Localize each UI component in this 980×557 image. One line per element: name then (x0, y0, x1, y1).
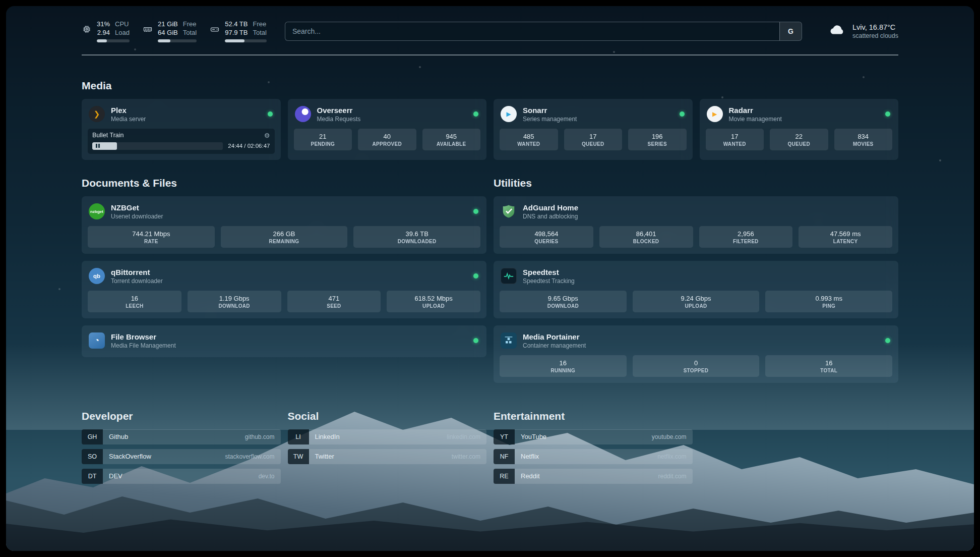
nzbget-icon: nzbget (89, 203, 105, 219)
bookmark-linkedin[interactable]: LI LinkedIn linkedin.com (288, 429, 487, 444)
service-description: Series management (523, 116, 577, 123)
service-name: Speedtest (523, 268, 575, 276)
service-card-adguard[interactable]: AdGuard Home DNS and adblocking 498,564 … (494, 196, 898, 254)
memory-label-bottom: Total (183, 29, 197, 37)
disk-label-bottom: Total (253, 29, 266, 37)
stat-upload: 9.24 Gbps UPLOAD (633, 291, 760, 312)
service-name: Overseerr (317, 106, 361, 115)
service-description: Movie management (729, 116, 782, 123)
cpu-label-bottom: Load (115, 29, 130, 37)
snow-particles (6, 6, 7, 7)
disk-total: 97.9 TB (225, 29, 248, 37)
memory-bar (158, 39, 197, 42)
stat-blocked: 86,401 BLOCKED (599, 226, 693, 248)
memory-free: 21 GiB (158, 20, 178, 29)
stat-wanted: 17 WANTED (706, 129, 764, 150)
disk-free: 52.4 TB (225, 20, 248, 29)
service-card-speedtest[interactable]: Speedtest Speedtest Tracking 9.65 Gbps D… (494, 261, 898, 318)
adguard-icon (501, 203, 517, 219)
sonarr-icon: ▶ (501, 106, 517, 122)
section-title-media: Media (82, 80, 898, 92)
service-card-qbittorrent[interactable]: qb qBittorrent Torrent downloader 16 LEE… (82, 261, 486, 318)
bookmark-github[interactable]: GH Github github.com (82, 429, 281, 444)
playback-time: 24:44 / 02:06:47 (228, 143, 270, 149)
service-card-nzbget[interactable]: nzbget NZBGet Usenet downloader 744.21 M… (82, 196, 486, 254)
section-title-utilities: Utilities (494, 177, 898, 189)
bookmark-domain: stackoverflow.com (225, 453, 280, 460)
search-provider-button[interactable]: G (779, 22, 802, 40)
stat-pending: 21 PENDING (294, 129, 352, 150)
status-dot (885, 338, 890, 343)
service-card-plex[interactable]: ❯ Plex Media server Bullet Train ⚙ (82, 99, 281, 160)
stat-download: 9.65 Gbps DOWNLOAD (500, 291, 627, 312)
plex-now-playing: Bullet Train ⚙ 24:44 / 02:06:47 (88, 129, 275, 154)
stat-queued: 17 QUEUED (564, 129, 623, 150)
status-dot (268, 112, 273, 117)
stat-queries: 498,564 QUERIES (500, 226, 593, 248)
service-description: Media Requests (317, 116, 361, 123)
bookmark-dev[interactable]: DT DEV dev.to (82, 469, 281, 484)
stat-filtered: 2,956 FILTERED (699, 226, 793, 248)
gear-icon[interactable]: ⚙ (264, 132, 270, 139)
lower-card-columns: Documents & Files nzbget NZBGet Usenet d… (82, 160, 898, 383)
disk-widget: 52.4 TB Free 97.9 TB Total (210, 20, 267, 42)
bookmark-group-social: Social LI LinkedIn linkedin.com TW Twitt… (288, 410, 487, 488)
service-name: Radarr (729, 106, 782, 115)
cpu-bar (97, 39, 130, 42)
bookmark-abbr: TW (288, 449, 309, 464)
service-card-filebrowser[interactable]: ◔ File Browser Media File Management (82, 325, 486, 357)
bookmark-stackoverflow[interactable]: SO StackOverflow stackoverflow.com (82, 449, 281, 464)
search-input[interactable] (285, 22, 779, 40)
bookmark-abbr: NF (494, 449, 515, 464)
bookmark-domain: netflix.com (657, 453, 692, 460)
bookmark-twitter[interactable]: TW Twitter twitter.com (288, 449, 487, 464)
weather-widget: Lviv, 16.87°C scattered clouds (827, 23, 898, 40)
portainer-icon (501, 332, 517, 349)
memory-widget: 21 GiB Free 64 GiB Total (143, 20, 197, 42)
stat-movies: 834 MOVIES (834, 129, 893, 150)
service-name: AdGuard Home (523, 203, 578, 212)
pause-icon[interactable] (96, 144, 100, 148)
service-card-sonarr[interactable]: ▶ Sonarr Series management 485 WANTED 17… (494, 99, 693, 160)
status-dot (473, 112, 478, 117)
hard-drive-icon (210, 24, 220, 34)
qbittorrent-icon: qb (89, 268, 105, 284)
service-card-portainer[interactable]: Media Portainer Container management 16 … (494, 325, 898, 383)
status-dot (473, 209, 478, 214)
bookmark-youtube[interactable]: YT YouTube youtube.com (494, 429, 693, 444)
cpu-icon (82, 24, 92, 34)
bookmark-name: Reddit (515, 472, 540, 480)
overseerr-icon (295, 106, 311, 122)
bookmark-abbr: SO (82, 449, 103, 464)
bookmark-abbr: LI (288, 429, 309, 444)
service-name: qBittorrent (111, 268, 163, 276)
bookmark-reddit[interactable]: RE Reddit reddit.com (494, 469, 693, 484)
bookmark-abbr: RE (494, 469, 515, 484)
disk-label-top: Free (253, 20, 266, 29)
service-description: Media File Management (111, 342, 176, 349)
plex-icon: ❯ (89, 106, 105, 122)
bookmark-domain: linkedin.com (447, 433, 486, 440)
bookmark-name: YouTube (515, 433, 546, 440)
bookmark-name: Netflix (515, 453, 539, 460)
media-card-grid: ❯ Plex Media server Bullet Train ⚙ (82, 99, 898, 160)
stat-upload: 618.52 Mbps UPLOAD (387, 291, 480, 312)
topbar-divider (82, 54, 898, 55)
service-description: Media server (111, 116, 146, 123)
service-description: DNS and adblocking (523, 213, 578, 220)
service-description: Container management (523, 342, 586, 349)
bookmark-netflix[interactable]: NF Netflix netflix.com (494, 449, 693, 464)
bookmark-name: Twitter (309, 453, 334, 460)
service-card-radarr[interactable]: ▶ Radarr Movie management 17 WANTED 22 Q… (700, 99, 899, 160)
stat-remaining: 266 GB REMAINING (221, 226, 348, 248)
radarr-icon: ▶ (707, 106, 723, 122)
service-card-overseerr[interactable]: Overseerr Media Requests 21 PENDING 40 A… (288, 99, 487, 160)
bookmark-group-developer: Developer GH Github github.com SO StackO… (82, 410, 281, 488)
service-name: Media Portainer (523, 332, 586, 341)
stat-stopped: 0 STOPPED (633, 355, 760, 377)
playback-progress-bar[interactable] (92, 142, 223, 150)
stat-approved: 40 APPROVED (358, 129, 416, 150)
memory-icon (143, 24, 153, 34)
status-dot (473, 338, 478, 343)
service-name: Plex (111, 106, 146, 115)
